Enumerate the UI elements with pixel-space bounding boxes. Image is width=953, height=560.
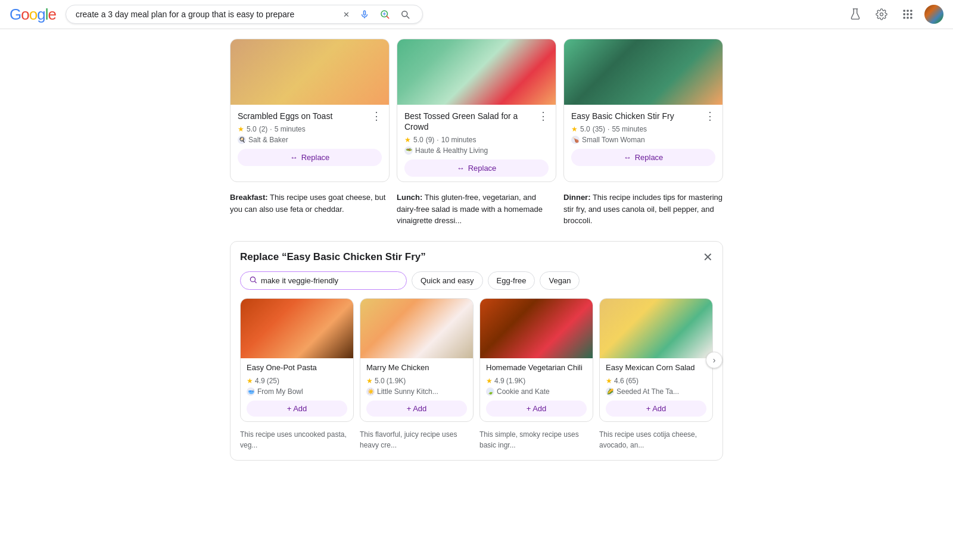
one-pot-pasta-source-row: 🥣 From My Bowl <box>247 387 347 396</box>
corn-salad-meta: ★ 4.6 (65) <box>606 377 706 385</box>
recipe-cards-row: Scrambled Eggs on Toast ⋮ ★ 5.0 (2) · 5 … <box>230 39 723 182</box>
marry-me-chicken-stars: ★ <box>366 377 373 385</box>
green-salad-source: Haute & Healthy Living <box>415 146 488 155</box>
replace-icon-3: ↔ <box>624 153 631 162</box>
search-button[interactable] <box>397 9 413 20</box>
marry-me-chicken-reviews: (1.9K) <box>387 377 406 385</box>
voice-search-button[interactable] <box>357 9 372 20</box>
filter-chip-quick-easy[interactable]: Quick and easy <box>412 271 483 290</box>
green-salad-time: 10 minutes <box>441 136 476 144</box>
svg-rect-6 <box>907 13 908 15</box>
filter-search-icon <box>249 276 257 286</box>
marry-me-chicken-source-icon: ☀️ <box>366 387 375 396</box>
lunch-desc: Lunch: This gluten-free, vegetarian, and… <box>397 192 556 227</box>
veg-chili-image <box>480 299 593 358</box>
scrambled-eggs-source-row: 🍳 Salt & Baker <box>238 136 382 144</box>
replace-panel-title: Replace “Easy Basic Chicken Stir Fry” <box>240 251 426 263</box>
one-pot-pasta-rating: 4.9 <box>255 377 265 385</box>
scrambled-eggs-time: 5 minutes <box>275 125 306 133</box>
lunch-label: Lunch: <box>397 193 422 202</box>
veg-chili-add-button[interactable]: + Add <box>486 401 587 417</box>
veg-chili-rating: 4.9 <box>494 377 504 385</box>
filter-chip-vegan[interactable]: Vegan <box>540 271 580 290</box>
marry-me-chicken-source-row: ☀️ Little Sunny Kitch... <box>366 387 467 396</box>
corn-salad-rating: 4.6 <box>614 377 624 385</box>
replacement-card-marry-me-chicken: Marry Me Chicken ★ 5.0 (1.9K) ☀️ Little … <box>360 298 474 422</box>
chicken-stir-fry-replace-button[interactable]: ↔ Replace <box>571 149 715 166</box>
one-pot-pasta-desc: This recipe uses uncooked pasta, veg... <box>240 429 354 450</box>
veg-chili-meta: ★ 4.9 (1.9K) <box>486 377 587 385</box>
breakfast-label: Breakfast: <box>230 193 268 202</box>
recipe-card-scrambled-eggs: Scrambled Eggs on Toast ⋮ ★ 5.0 (2) · 5 … <box>230 39 390 182</box>
replacement-descs-row: This recipe uses uncooked pasta, veg... … <box>240 429 713 450</box>
green-salad-reviews: (9) <box>426 136 435 144</box>
replace-panel-close-button[interactable]: ✕ <box>703 251 713 263</box>
veg-chili-reviews: (1.9K) <box>506 377 526 385</box>
scrambled-eggs-more-button[interactable]: ⋮ <box>371 111 382 121</box>
labs-button[interactable] <box>846 5 865 24</box>
marry-me-chicken-add-button[interactable]: + Add <box>366 401 467 417</box>
scrambled-eggs-stars: ★ <box>238 125 244 133</box>
scrambled-eggs-image <box>231 39 389 105</box>
chicken-stir-fry-replace-label: Replace <box>635 153 664 162</box>
veg-chili-source-icon: 🍃 <box>486 387 494 396</box>
one-pot-pasta-stars: ★ <box>247 377 253 385</box>
search-bar: ✕ <box>66 5 423 24</box>
one-pot-pasta-image <box>241 299 353 358</box>
next-page-button[interactable]: › <box>706 352 722 368</box>
avatar[interactable] <box>924 5 943 24</box>
green-salad-source-row: 🥗 Haute & Healthy Living <box>404 146 549 155</box>
scrambled-eggs-meta: ★ 5.0 (2) · 5 minutes <box>238 125 382 133</box>
marry-me-chicken-title: Marry Me Chicken <box>366 363 467 373</box>
replace-panel-header: Replace “Easy Basic Chicken Stir Fry” ✕ <box>240 251 713 263</box>
marry-me-chicken-desc: This flavorful, juicy recipe uses heavy … <box>360 429 474 450</box>
green-salad-rating: 5.0 <box>413 136 423 144</box>
one-pot-pasta-title: Easy One-Pot Pasta <box>247 363 347 373</box>
marry-me-chicken-source: Little Sunny Kitch... <box>377 387 438 396</box>
green-salad-stars: ★ <box>404 136 411 144</box>
search-input[interactable] <box>76 10 336 19</box>
corn-salad-add-button[interactable]: + Add <box>606 401 706 417</box>
one-pot-pasta-source: From My Bowl <box>257 387 303 396</box>
veg-chili-source-row: 🍃 Cookie and Kate <box>486 387 587 396</box>
one-pot-pasta-reviews: (25) <box>267 377 279 385</box>
svg-rect-5 <box>904 13 905 15</box>
replacement-card-corn-salad: Easy Mexican Corn Salad ★ 4.6 (65) 🌽 See… <box>599 298 713 422</box>
veg-chili-desc: This simple, smoky recipe uses basic ing… <box>479 429 593 450</box>
lens-search-button[interactable] <box>377 9 393 20</box>
chicken-stir-fry-title: Easy Basic Chicken Stir Fry <box>571 111 674 121</box>
veg-chili-stars: ★ <box>486 377 493 385</box>
filter-chip-egg-free[interactable]: Egg-free <box>488 271 535 290</box>
google-logo: Google <box>10 5 56 24</box>
filter-input[interactable] <box>261 276 398 285</box>
chicken-stir-fry-source: Small Town Woman <box>582 136 645 144</box>
corn-salad-source: Seeded At The Ta... <box>616 387 679 396</box>
replacement-card-one-pot-pasta: Easy One-Pot Pasta ★ 4.9 (25) 🥣 From My … <box>240 298 354 422</box>
breakfast-desc: Breakfast: This recipe uses goat cheese,… <box>230 192 390 227</box>
recipe-card-chicken-stir-fry: Easy Basic Chicken Stir Fry ⋮ ★ 5.0 (35)… <box>563 39 723 182</box>
svg-rect-9 <box>907 17 908 18</box>
scrambled-eggs-replace-button[interactable]: ↔ Replace <box>238 149 382 166</box>
marry-me-chicken-image <box>360 299 473 358</box>
green-salad-image <box>397 39 556 105</box>
chicken-stir-fry-source-icon: 🍗 <box>571 136 580 144</box>
chicken-stir-fry-image <box>564 39 722 105</box>
svg-rect-4 <box>910 10 912 12</box>
one-pot-pasta-add-button[interactable]: + Add <box>247 401 347 417</box>
green-salad-replace-button[interactable]: ↔ Replace <box>404 159 549 177</box>
svg-rect-3 <box>907 10 908 12</box>
settings-button[interactable] <box>872 5 891 24</box>
corn-salad-stars: ★ <box>606 377 612 385</box>
green-salad-title: Best Tossed Green Salad for a Crowd <box>404 111 535 132</box>
apps-button[interactable] <box>898 5 917 24</box>
filter-input-wrap <box>240 271 407 290</box>
header-icons <box>846 5 943 24</box>
marry-me-chicken-meta: ★ 5.0 (1.9K) <box>366 377 467 385</box>
green-salad-more-button[interactable]: ⋮ <box>538 111 549 121</box>
chicken-stir-fry-more-button[interactable]: ⋮ <box>705 111 715 121</box>
scrambled-eggs-replace-label: Replace <box>301 153 330 162</box>
clear-search-button[interactable]: ✕ <box>341 10 352 19</box>
scrambled-eggs-source: Salt & Baker <box>248 136 288 144</box>
corn-salad-source-row: 🌽 Seeded At The Ta... <box>606 387 706 396</box>
corn-salad-image <box>600 299 712 358</box>
